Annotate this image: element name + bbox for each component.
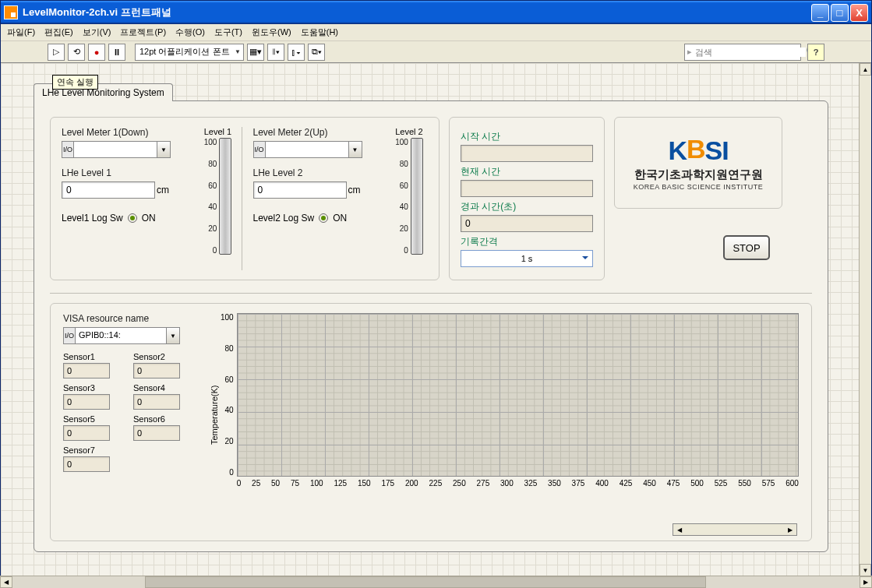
- lhe-level-2-unit: cm: [348, 185, 361, 195]
- time-panel: 시작 시간 현재 시간 경과 시간(초) 0 기록간격 1 s: [449, 117, 605, 280]
- window-title: LevelMonitor-2ch.vi 프런트패널: [23, 5, 171, 19]
- record-interval-select[interactable]: 1 s: [461, 250, 593, 267]
- titlebar: LevelMonitor-2ch.vi 프런트패널 _ □ X: [1, 1, 871, 24]
- menu-operate[interactable]: 수행(O): [175, 26, 205, 38]
- record-interval-label: 기록간격: [461, 235, 593, 248]
- sensor6-value: 0: [133, 425, 180, 441]
- temperature-chart: Temperature(K) 100 80 60 40 20 0: [208, 313, 799, 517]
- kbsi-logo: KBSI: [668, 136, 728, 166]
- reorder-button[interactable]: ⧉▾: [308, 44, 325, 61]
- help-button[interactable]: ?: [807, 44, 824, 61]
- sensor5-value: 0: [63, 425, 110, 441]
- abort-button[interactable]: ●: [88, 44, 105, 61]
- visa-resource-label: VISA resource name: [63, 313, 196, 324]
- kbsi-english: KOREA BASIC SCIENCE INSTITUTE: [634, 183, 764, 191]
- gauge-2-scale: 100 80 60 40 20 0: [395, 138, 411, 255]
- maximize-button[interactable]: □: [831, 4, 849, 22]
- tab-body: Level Meter 1(Down) I/O ▼ LHe Level 1 0: [34, 100, 828, 552]
- gauge-2-caption: Level 2: [395, 127, 422, 136]
- sensor7-label: Sensor7: [63, 445, 125, 455]
- level1-log-state: ON: [142, 213, 156, 224]
- kbsi-korean: 한국기초과학지원연구원: [634, 167, 763, 182]
- chart-x-axis: 0255075100125150175200225250275300325350…: [237, 479, 799, 488]
- visa-resource-combo[interactable]: I/O GPIB0::14: ▼: [63, 327, 180, 344]
- scrollbar-thumb[interactable]: [145, 576, 706, 588]
- scroll-down-icon[interactable]: ▼: [860, 564, 871, 576]
- search-chevron-icon: ▸: [685, 47, 692, 57]
- stop-button[interactable]: STOP: [723, 235, 770, 260]
- level2-log-state: ON: [333, 213, 347, 224]
- sensor6-label: Sensor6: [133, 414, 196, 424]
- minimize-button[interactable]: _: [811, 4, 829, 22]
- labview-icon: [4, 5, 18, 19]
- level2-log-label: Level2 Log Sw: [253, 213, 315, 224]
- menu-window[interactable]: 윈도우(W): [252, 26, 291, 38]
- menu-project[interactable]: 프로젝트(P): [120, 26, 166, 38]
- align-button[interactable]: ▦▾: [247, 44, 264, 61]
- elapsed-time-label: 경과 시간(초): [461, 200, 593, 213]
- chevron-down-icon[interactable]: ▼: [166, 327, 180, 344]
- menu-edit[interactable]: 편집(E): [44, 26, 73, 38]
- level-meter-2-resource[interactable]: I/O ▼: [253, 141, 362, 158]
- scroll-up-icon[interactable]: ▲: [860, 63, 871, 76]
- level-panel: Level Meter 1(Down) I/O ▼ LHe Level 1 0: [50, 117, 440, 280]
- visa-resource-value: GPIB0::14:: [76, 327, 166, 344]
- logo-panel: KBSI 한국기초과학지원연구원 KOREA BASIC SCIENCE INS…: [614, 117, 782, 209]
- search-box[interactable]: ▸ 🔍: [684, 44, 801, 61]
- menu-tools[interactable]: 도구(T): [214, 26, 242, 38]
- run-button[interactable]: ▷: [48, 44, 65, 61]
- chart-y-label: Temperature(K): [208, 313, 221, 517]
- lhe-level-1-value[interactable]: 0: [62, 181, 155, 199]
- gauge-1: [219, 138, 231, 255]
- lhe-level-2-label: LHe Level 2: [253, 167, 387, 178]
- menubar: 파일(F) 편집(E) 보기(V) 프로젝트(P) 수행(O) 도구(T) 윈도…: [1, 24, 871, 41]
- lhe-level-1-unit: cm: [157, 185, 169, 195]
- toolbar: ▷ ⟲ ● II 12pt 어플리케이션 폰트 ▦▾ ⫴▾ ⫿▾ ⧉▾ ▸ 🔍 …: [1, 41, 871, 63]
- run-continuous-button[interactable]: ⟲: [68, 44, 85, 61]
- elapsed-time-field: 0: [461, 215, 593, 232]
- chevron-down-icon[interactable]: ▼: [157, 141, 171, 158]
- close-button[interactable]: X: [850, 4, 868, 22]
- scroll-left-icon[interactable]: ◀: [673, 524, 686, 535]
- sensor4-value: 0: [133, 394, 180, 410]
- menu-help[interactable]: 도움말(H): [301, 26, 338, 38]
- level1-log-label: Level1 Log Sw: [62, 213, 123, 224]
- scroll-right-icon[interactable]: ▶: [860, 576, 872, 588]
- sensor1-label: Sensor1: [63, 352, 125, 361]
- current-time-label: 현재 시간: [461, 165, 593, 178]
- menu-view[interactable]: 보기(V): [83, 26, 111, 38]
- lhe-level-2-value[interactable]: 0: [253, 181, 347, 199]
- chart-plot-area[interactable]: [237, 313, 799, 477]
- sensor5-label: Sensor5: [63, 414, 125, 424]
- distribute-button[interactable]: ⫴▾: [267, 44, 284, 61]
- sensor2-label: Sensor2: [133, 352, 196, 361]
- search-input[interactable]: [692, 48, 806, 57]
- vertical-scrollbar[interactable]: ▲ ▼: [859, 63, 871, 576]
- level-meter-1-label: Level Meter 1(Down): [62, 127, 195, 138]
- chevron-down-icon[interactable]: ▼: [348, 141, 362, 158]
- chart-scrollbar[interactable]: ◀ ▶: [673, 523, 797, 536]
- level1-log-switch[interactable]: [128, 213, 137, 223]
- gauge-2: [411, 138, 423, 255]
- sensor-chart-panel: VISA resource name I/O GPIB0::14: ▼ Sens…: [50, 303, 812, 541]
- sensor3-value: 0: [63, 394, 110, 410]
- horizontal-scrollbar[interactable]: ◀ ▶: [0, 576, 872, 588]
- sensor2-value: 0: [133, 363, 180, 379]
- scroll-left-icon[interactable]: ◀: [0, 576, 12, 588]
- pause-button[interactable]: II: [108, 44, 125, 61]
- io-icon: I/O: [62, 141, 74, 158]
- start-time-field: [461, 145, 593, 162]
- level-meter-1-resource[interactable]: I/O ▼: [62, 141, 171, 158]
- menu-file[interactable]: 파일(F): [7, 26, 35, 38]
- sensor1-value: 0: [63, 363, 110, 379]
- scroll-right-icon[interactable]: ▶: [784, 524, 796, 535]
- level2-log-switch[interactable]: [319, 213, 328, 223]
- tooltip-run-continuous: 연속 실행: [52, 75, 98, 90]
- font-label: 12pt 어플리케이션 폰트: [139, 46, 230, 58]
- current-time-field: [461, 180, 593, 197]
- start-time-label: 시작 시간: [461, 130, 593, 143]
- resize-button[interactable]: ⫿▾: [288, 44, 305, 61]
- gauge-1-caption: Level 1: [204, 127, 231, 136]
- font-selector[interactable]: 12pt 어플리케이션 폰트: [135, 44, 244, 61]
- io-icon: I/O: [63, 327, 76, 344]
